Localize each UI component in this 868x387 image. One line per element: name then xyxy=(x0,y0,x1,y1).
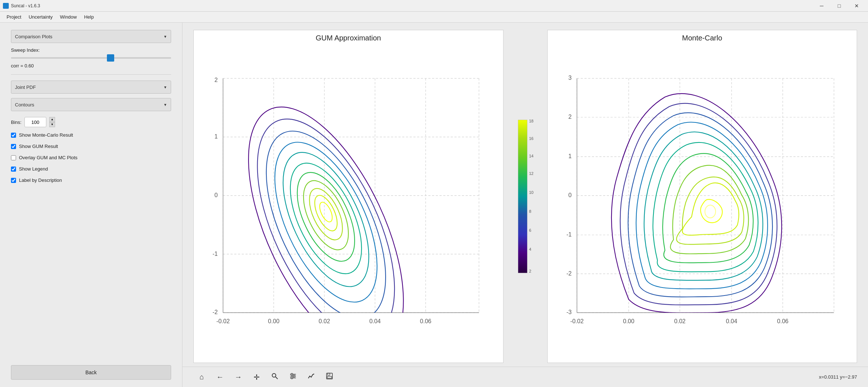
main-dropdown[interactable]: Comparison Plots ▼ xyxy=(11,30,171,43)
toolbar: ⌂ ← → ✛ xyxy=(182,367,868,387)
sweep-index-label: Sweep Index: xyxy=(11,47,171,53)
svg-text:0.02: 0.02 xyxy=(674,318,685,324)
svg-text:1: 1 xyxy=(568,153,571,159)
cb-row-legend: Show Legend xyxy=(11,166,171,172)
menu-help[interactable]: Help xyxy=(80,13,97,21)
corr-label: corr = 0.60 xyxy=(11,63,171,69)
colorbar-svg: 18 16 14 12 10 8 6 4 2 xyxy=(514,116,536,277)
back-nav-button[interactable]: ← xyxy=(212,370,228,384)
zoom-button[interactable] xyxy=(266,370,283,384)
save-figure-button[interactable] xyxy=(321,370,338,384)
configure-icon xyxy=(289,372,297,382)
svg-text:0.00: 0.00 xyxy=(268,318,279,324)
show-legend-checkbox[interactable] xyxy=(11,167,16,172)
mc-plot-content: -0.02 0.00 0.02 0.04 0.06 3 2 1 0 -1 -2 … xyxy=(548,44,857,363)
svg-text:-3: -3 xyxy=(566,309,571,315)
svg-text:-1: -1 xyxy=(566,231,571,238)
label-desc-label: Label by Description xyxy=(19,177,62,183)
svg-text:10: 10 xyxy=(529,190,533,195)
maximize-button[interactable]: □ xyxy=(831,0,848,12)
bins-up[interactable]: ▲ xyxy=(49,117,55,122)
gum-plot-title: GUM Approximation xyxy=(194,30,503,44)
back-button[interactable]: Back xyxy=(11,365,171,380)
cb-row-overlay: Overlay GUM and MC Plots xyxy=(11,155,171,160)
svg-text:0.06: 0.06 xyxy=(777,318,788,324)
svg-text:14: 14 xyxy=(529,154,533,158)
svg-text:-0.02: -0.02 xyxy=(216,318,230,324)
menu-uncertainty[interactable]: Uncertainty xyxy=(25,13,56,21)
svg-line-75 xyxy=(275,377,278,379)
home-icon: ⌂ xyxy=(200,373,204,381)
svg-point-31 xyxy=(294,174,358,257)
forward-nav-button[interactable]: → xyxy=(230,370,247,384)
cb-row-desc: Label by Description xyxy=(11,177,171,183)
home-button[interactable]: ⌂ xyxy=(193,370,210,384)
edit-curves-button[interactable] xyxy=(303,370,320,384)
show-mc-checkbox[interactable] xyxy=(11,133,16,138)
svg-text:4: 4 xyxy=(529,247,531,251)
mc-plot-wrapper: Monte-Carlo xyxy=(547,30,857,363)
menu-window[interactable]: Window xyxy=(56,13,80,21)
main-dropdown-value: Comparison Plots xyxy=(15,34,53,39)
menu-bar: Project Uncertainty Window Help xyxy=(0,12,868,23)
pan-button[interactable]: ✛ xyxy=(248,370,265,384)
svg-text:0.04: 0.04 xyxy=(369,318,381,324)
window-controls: ─ □ ✕ xyxy=(813,0,865,12)
sweep-slider-track xyxy=(11,57,171,59)
bins-label: Bins: xyxy=(11,120,22,125)
show-gum-checkbox[interactable] xyxy=(11,144,16,149)
bins-input[interactable]: 100 xyxy=(24,117,46,127)
svg-rect-84 xyxy=(327,376,332,378)
divider-1 xyxy=(11,74,171,75)
label-desc-checkbox[interactable] xyxy=(11,178,16,183)
show-legend-label: Show Legend xyxy=(19,166,48,172)
main-dropdown-arrow: ▼ xyxy=(163,35,167,39)
overlay-checkbox[interactable] xyxy=(11,155,16,160)
zoom-icon xyxy=(271,372,278,382)
colorbar-wrapper: 18 16 14 12 10 8 6 4 2 xyxy=(511,30,540,363)
bins-down[interactable]: ▼ xyxy=(49,122,55,127)
svg-text:2: 2 xyxy=(568,113,571,120)
svg-text:2: 2 xyxy=(529,269,531,273)
svg-text:-0.02: -0.02 xyxy=(570,318,584,324)
show-mc-label: Show Monte-Carlo Result xyxy=(19,132,73,138)
sweep-slider-thumb[interactable] xyxy=(107,54,114,62)
svg-point-30 xyxy=(285,164,366,270)
pan-icon: ✛ xyxy=(254,373,260,382)
pdf-dropdown[interactable]: Joint PDF ▼ xyxy=(11,81,171,94)
display-dropdown[interactable]: Contours ▼ xyxy=(11,98,171,111)
title-bar: Suncal - v1.6.3 ─ □ ✕ xyxy=(0,0,868,12)
menu-project[interactable]: Project xyxy=(3,13,25,21)
svg-point-26 xyxy=(242,114,410,336)
svg-point-73 xyxy=(705,205,715,218)
gum-plot-svg: -0.02 0.00 0.02 0.04 0.06 2 1 0 -1 -2 xyxy=(194,44,503,363)
edit-icon xyxy=(308,372,315,382)
svg-text:0: 0 xyxy=(215,192,218,198)
cb-row-mc: Show Monte-Carlo Result xyxy=(11,132,171,138)
svg-rect-83 xyxy=(328,373,330,375)
gum-plot-content: -0.02 0.00 0.02 0.04 0.06 2 1 0 -1 -2 xyxy=(194,44,503,363)
overlay-label: Overlay GUM and MC Plots xyxy=(19,155,77,160)
mc-plot-svg: -0.02 0.00 0.02 0.04 0.06 3 2 1 0 -1 -2 … xyxy=(548,44,857,363)
svg-point-81 xyxy=(291,377,293,379)
cb-row-gum: Show GUM Result xyxy=(11,144,171,149)
main-layout: Comparison Plots ▼ Sweep Index: corr = 0… xyxy=(0,23,868,387)
gum-plot-wrapper: GUM Approximation xyxy=(193,30,504,363)
bins-row: Bins: 100 ▲ ▼ xyxy=(11,117,171,127)
svg-text:2: 2 xyxy=(215,77,218,83)
close-button[interactable]: ✕ xyxy=(848,0,865,12)
svg-text:12: 12 xyxy=(529,171,533,176)
svg-text:0.02: 0.02 xyxy=(319,318,330,324)
left-panel: Comparison Plots ▼ Sweep Index: corr = 0… xyxy=(0,23,182,387)
svg-text:18: 18 xyxy=(529,119,533,123)
configure-subplots-button[interactable] xyxy=(285,370,301,384)
app-icon xyxy=(3,3,9,9)
coordinate-display: x=0.0311 y=−2.97 xyxy=(819,374,857,380)
save-icon xyxy=(326,372,333,382)
minimize-button[interactable]: ─ xyxy=(813,0,830,12)
show-gum-label: Show GUM Result xyxy=(19,144,58,149)
svg-text:16: 16 xyxy=(529,136,533,141)
pdf-dropdown-value: Joint PDF xyxy=(15,85,36,90)
svg-text:0.06: 0.06 xyxy=(420,318,431,324)
plot-area: GUM Approximation xyxy=(182,23,868,387)
